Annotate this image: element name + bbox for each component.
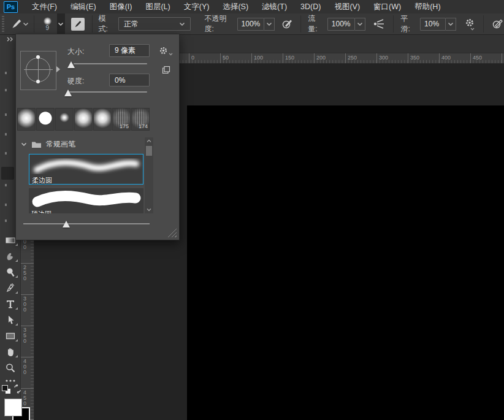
toggle-brush-settings-button[interactable] — [71, 18, 85, 31]
options-bar: 9 模式: 正常 不透明度: 100% 流量: 100% — [0, 13, 504, 35]
opacity-input[interactable]: 100% — [237, 18, 265, 31]
edit-toolbar-button[interactable] — [0, 376, 20, 385]
flow-input[interactable]: 100% — [327, 18, 355, 31]
options-bar-grip[interactable] — [1, 16, 6, 32]
flow-value: 100% — [332, 20, 351, 28]
pressure-size-button[interactable] — [492, 18, 504, 30]
dial-arrow-icon[interactable] — [56, 66, 60, 72]
brush-thumb-hard[interactable] — [36, 108, 55, 131]
blend-mode-select[interactable]: 正常 — [118, 17, 191, 31]
brush-thumb-soft-small[interactable] — [55, 108, 74, 131]
tool-dodge[interactable] — [0, 265, 20, 280]
menu-item-filter[interactable]: 滤镜(T) — [255, 1, 294, 13]
tool-brush-selected[interactable] — [1, 167, 14, 180]
hruler-label: 400 — [439, 53, 451, 63]
menu-item-edit[interactable]: 编辑(E) — [64, 1, 103, 13]
hruler-label: 300 — [376, 53, 388, 63]
hardness-value: 0% — [115, 76, 125, 85]
canvas[interactable] — [187, 105, 504, 420]
preview-size-slider[interactable] — [23, 223, 150, 224]
tool-rectangle[interactable] — [0, 329, 20, 343]
brush-group-label: 常规画笔 — [46, 139, 75, 150]
menu-item-view[interactable]: 视图(V) — [327, 1, 367, 13]
hardness-slider[interactable] — [69, 91, 147, 93]
hardness-input[interactable]: 0% — [109, 74, 150, 86]
scrollbar-thumb[interactable] — [146, 146, 152, 156]
default-colors-button[interactable] — [2, 385, 11, 394]
dial-handle-top[interactable] — [36, 55, 40, 59]
smoothing-options-button[interactable] — [464, 18, 475, 31]
opacity-value: 100% — [242, 20, 261, 28]
menu-item-3d[interactable]: 3D(D) — [294, 1, 327, 12]
opacity-dropdown-button[interactable] — [264, 18, 275, 31]
smoothing-input[interactable]: 10% — [420, 18, 446, 31]
swap-colors-icon — [13, 384, 22, 394]
new-preset-button[interactable] — [161, 65, 171, 75]
chevron-down-icon — [448, 22, 454, 26]
hruler-label: 50 — [220, 53, 229, 63]
tool-pen[interactable] — [0, 281, 20, 296]
opacity-label: 不透明度: — [204, 13, 232, 34]
tool-type[interactable] — [0, 297, 20, 311]
size-input[interactable]: 9 像素 — [109, 44, 150, 57]
hruler-label: 350 — [408, 53, 419, 63]
airbrush-button[interactable] — [372, 18, 386, 30]
hruler-label: 200 — [314, 53, 326, 63]
ps-logo: Ps — [4, 1, 18, 13]
menu-item-layer[interactable]: 图层(L) — [139, 1, 177, 13]
tool-zoom[interactable] — [0, 361, 20, 375]
brush-thumb-soft[interactable] — [93, 108, 112, 131]
panel-settings-button[interactable] — [158, 45, 173, 56]
rectangle-icon — [5, 330, 16, 342]
menu-item-type[interactable]: 文字(Y) — [177, 1, 216, 13]
brush-thumb-soft[interactable] — [74, 108, 93, 131]
swap-colors-button[interactable] — [13, 384, 22, 394]
chevron-down-icon — [470, 28, 475, 31]
brush-preset-panel: 大小: 9 像素 硬度: 0% 175 174 — [15, 34, 180, 240]
tool-preset-picker[interactable] — [9, 18, 30, 30]
brush-list-scrollbar[interactable] — [145, 137, 153, 213]
brush-item-soft-round[interactable]: 柔边圆 — [29, 154, 143, 185]
menu-item-image[interactable]: 图像(I) — [103, 1, 139, 13]
size-slider-thumb[interactable] — [67, 61, 75, 68]
hard-stroke-preview — [29, 188, 143, 210]
chevron-down-icon — [169, 53, 173, 56]
size-slider[interactable] — [74, 63, 147, 64]
panel-resize-grip[interactable] — [167, 228, 177, 237]
menu-item-select[interactable]: 选择(S) — [216, 1, 255, 13]
soft-stroke-preview — [29, 155, 143, 177]
brush-thumb-soft[interactable] — [17, 108, 36, 131]
scroll-up-icon[interactable] — [145, 139, 153, 143]
brush-angle-dial[interactable] — [20, 51, 56, 90]
ellipsis-icon — [5, 379, 16, 383]
pressure-opacity-button[interactable] — [281, 18, 294, 30]
folder-icon — [31, 140, 42, 148]
mode-label: 模式: — [98, 13, 113, 34]
foreground-color-swatch[interactable] — [4, 399, 22, 416]
brush-tip-preview-icon — [44, 17, 52, 25]
tool-hand[interactable] — [0, 345, 20, 359]
brush-preset-picker-toggle[interactable] — [57, 13, 65, 35]
dial-handle-bottom[interactable] — [36, 80, 40, 83]
hardness-slider-thumb[interactable] — [64, 90, 72, 96]
tool-path-select[interactable] — [0, 313, 20, 327]
flow-dropdown-button[interactable] — [355, 18, 365, 31]
menu-item-help[interactable]: 帮助(H) — [408, 1, 447, 13]
scroll-down-icon[interactable] — [145, 207, 153, 212]
pen-icon — [5, 283, 16, 294]
default-foreground-icon — [2, 385, 8, 391]
tool-smudge[interactable] — [0, 249, 20, 264]
brush-item-hard-round[interactable]: 硬边圆 — [29, 188, 143, 213]
brush-preset-preview[interactable]: 9 — [38, 17, 57, 31]
smoothing-dropdown-button[interactable] — [446, 18, 456, 31]
brush-thumb-texture[interactable]: 174 — [131, 108, 150, 131]
brush-thumb-texture[interactable]: 175 — [112, 108, 131, 131]
preview-size-slider-thumb[interactable] — [63, 221, 70, 227]
menu-bar: Ps 文件(F) 编辑(E) 图像(I) 图层(L) 文字(Y) 选择(S) 滤… — [0, 0, 504, 13]
hruler-label: 500 — [502, 53, 504, 63]
smoothing-value: 10% — [424, 20, 439, 28]
menu-item-window[interactable]: 窗口(W) — [367, 1, 408, 13]
brush-group-header[interactable]: 常规画笔 — [17, 137, 75, 151]
type-icon — [5, 299, 16, 310]
menu-item-file[interactable]: 文件(F) — [25, 1, 64, 13]
